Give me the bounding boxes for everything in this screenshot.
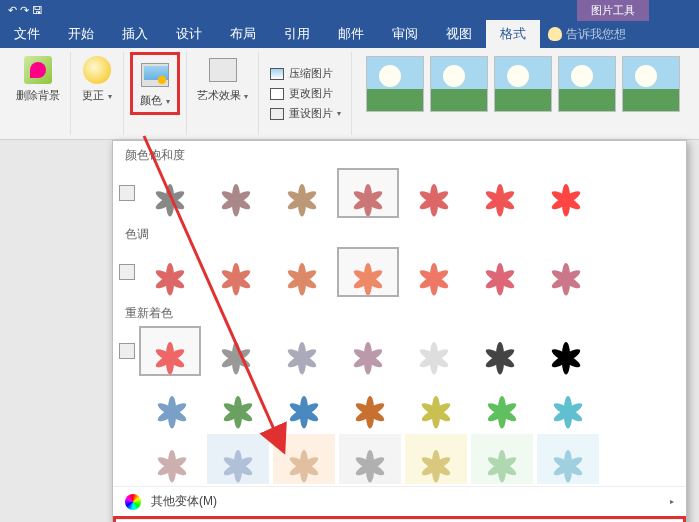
color-swatch[interactable] [339, 380, 401, 430]
tab-review[interactable]: 审阅 [378, 20, 432, 48]
change-picture-button[interactable]: 更改图片 [265, 84, 337, 104]
color-swatch[interactable] [271, 326, 333, 376]
change-icon [270, 88, 284, 100]
tile-icon [119, 264, 135, 280]
tab-home[interactable]: 开始 [54, 20, 108, 48]
reset-picture-button[interactable]: 重设图片 ▾ [265, 104, 345, 124]
color-swatch[interactable] [273, 434, 335, 484]
style-preset[interactable] [558, 56, 616, 112]
picture-styles-gallery [362, 52, 684, 116]
ribbon-format: 删除背景 更正 ▾ 颜色 ▾ 艺术效果 ▾ 压缩图片 更改图片 重设图片 ▾ [0, 48, 699, 140]
section-tone: 色调 [113, 220, 686, 245]
color-swatch[interactable] [141, 380, 203, 430]
color-swatch[interactable] [207, 380, 269, 430]
color-swatch[interactable] [403, 168, 465, 218]
style-preset[interactable] [494, 56, 552, 112]
tile-icon [119, 343, 135, 359]
color-swatch[interactable] [139, 168, 201, 218]
color-swatch[interactable] [471, 434, 533, 484]
color-swatch[interactable] [535, 247, 597, 297]
tab-references[interactable]: 引用 [270, 20, 324, 48]
menu-bar: 文件 开始 插入 设计 布局 引用 邮件 审阅 视图 格式 告诉我您想 [0, 20, 699, 48]
color-swatch[interactable] [141, 434, 203, 484]
color-swatch[interactable] [469, 168, 531, 218]
compress-picture-button[interactable]: 压缩图片 [265, 64, 337, 84]
color-swatch[interactable] [537, 434, 599, 484]
reset-icon [270, 108, 284, 120]
color-dropdown: 颜色饱和度 色调 重新着色 其他变体(M) ▸ 设置透明色(S) [112, 140, 687, 522]
corrections-button[interactable]: 更正 ▾ [77, 52, 117, 105]
more-variants-item[interactable]: 其他变体(M) ▸ [113, 486, 686, 516]
color-swatch[interactable] [403, 326, 465, 376]
tab-mailings[interactable]: 邮件 [324, 20, 378, 48]
tab-insert[interactable]: 插入 [108, 20, 162, 48]
color-swatch[interactable] [139, 247, 201, 297]
artistic-effects-button[interactable]: 艺术效果 ▾ [193, 52, 252, 105]
color-swatch[interactable] [405, 434, 467, 484]
remove-bg-icon [24, 56, 52, 84]
qat-icon: ↶ ↷ 🖫 [8, 4, 43, 17]
corrections-icon [83, 56, 111, 84]
color-swatch[interactable] [337, 168, 399, 218]
remove-background-button[interactable]: 删除背景 [12, 52, 64, 105]
style-preset[interactable] [622, 56, 680, 112]
tab-layout[interactable]: 布局 [216, 20, 270, 48]
color-swatch[interactable] [337, 247, 399, 297]
section-saturation: 颜色饱和度 [113, 141, 686, 166]
color-swatch[interactable] [535, 326, 597, 376]
color-swatch[interactable] [469, 326, 531, 376]
document-area: 颜色饱和度 色调 重新着色 其他变体(M) ▸ 设置透明色(S) [0, 140, 699, 522]
artistic-icon [209, 58, 237, 82]
color-wheel-icon [125, 494, 141, 510]
tab-file[interactable]: 文件 [0, 20, 54, 48]
tab-format[interactable]: 格式 [486, 20, 540, 48]
color-swatch[interactable] [205, 168, 267, 218]
color-swatch[interactable] [535, 168, 597, 218]
context-tab-picture-tools: 图片工具 [577, 0, 649, 21]
compress-icon [270, 68, 284, 80]
color-swatch[interactable] [337, 326, 399, 376]
style-preset[interactable] [430, 56, 488, 112]
color-swatch[interactable] [205, 247, 267, 297]
tile-icon [119, 185, 135, 201]
tab-design[interactable]: 设计 [162, 20, 216, 48]
color-swatch[interactable] [273, 380, 335, 430]
bulb-icon [548, 27, 562, 41]
color-swatch[interactable] [271, 247, 333, 297]
color-swatch[interactable] [403, 247, 465, 297]
tab-view[interactable]: 视图 [432, 20, 486, 48]
color-swatch[interactable] [271, 168, 333, 218]
color-swatch[interactable] [537, 380, 599, 430]
color-swatch[interactable] [469, 247, 531, 297]
tell-me-search[interactable]: 告诉我您想 [540, 20, 634, 48]
color-swatch[interactable] [139, 326, 201, 376]
color-swatch[interactable] [207, 434, 269, 484]
color-icon [141, 63, 169, 87]
color-swatch[interactable] [471, 380, 533, 430]
color-swatch[interactable] [405, 380, 467, 430]
color-swatch[interactable] [205, 326, 267, 376]
color-button[interactable]: 颜色 ▾ [135, 57, 175, 110]
color-swatch[interactable] [339, 434, 401, 484]
section-recolor: 重新着色 [113, 299, 686, 324]
style-preset[interactable] [366, 56, 424, 112]
